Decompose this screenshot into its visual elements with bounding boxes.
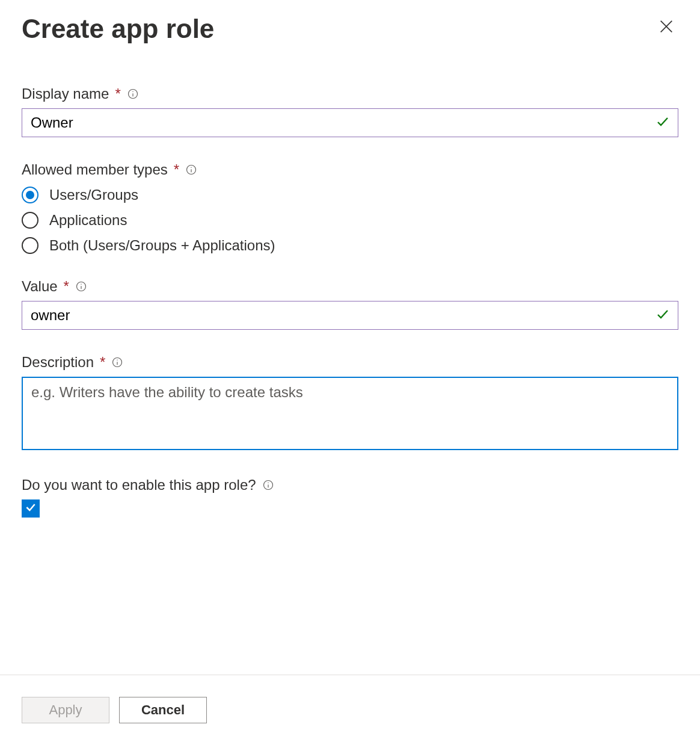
required-asterisk: *	[115, 85, 120, 102]
radio-icon	[22, 212, 38, 229]
radio-icon	[22, 187, 38, 203]
required-asterisk: *	[174, 161, 179, 178]
cancel-button[interactable]: Cancel	[119, 697, 207, 723]
member-types-label: Allowed member types	[22, 161, 168, 178]
info-icon[interactable]	[185, 164, 197, 176]
svg-point-4	[132, 91, 133, 92]
footer: Apply Cancel	[0, 675, 700, 745]
svg-point-7	[191, 167, 191, 168]
value-label: Value	[22, 278, 58, 295]
member-types-radio-group: Users/Groups Applications Both (Users/Gr…	[22, 187, 678, 254]
checkmark-icon	[655, 114, 670, 131]
radio-applications[interactable]: Applications	[22, 212, 678, 229]
display-name-input[interactable]	[22, 108, 678, 137]
radio-users-groups[interactable]: Users/Groups	[22, 187, 678, 203]
checkmark-icon	[25, 501, 37, 516]
close-icon	[658, 26, 675, 37]
info-icon[interactable]	[111, 356, 123, 368]
radio-label: Both (Users/Groups + Applications)	[49, 237, 275, 254]
radio-both[interactable]: Both (Users/Groups + Applications)	[22, 237, 678, 254]
enable-checkbox[interactable]	[22, 499, 40, 518]
info-icon[interactable]	[127, 88, 139, 100]
apply-button[interactable]: Apply	[22, 697, 109, 723]
info-icon[interactable]	[75, 280, 87, 292]
svg-point-13	[117, 360, 118, 360]
svg-point-10	[81, 284, 81, 285]
required-asterisk: *	[64, 278, 69, 295]
radio-label: Users/Groups	[49, 187, 138, 203]
value-input[interactable]	[22, 301, 678, 330]
radio-label: Applications	[49, 212, 127, 229]
panel-title: Create app role	[22, 14, 214, 43]
info-icon[interactable]	[262, 479, 274, 491]
svg-point-16	[268, 483, 268, 483]
enable-label: Do you want to enable this app role?	[22, 477, 256, 493]
radio-icon	[22, 237, 38, 254]
required-asterisk: *	[100, 354, 105, 371]
close-button[interactable]	[654, 14, 678, 39]
description-label: Description	[22, 354, 94, 371]
checkmark-icon	[655, 307, 670, 324]
description-textarea[interactable]	[22, 377, 678, 450]
display-name-label: Display name	[22, 85, 109, 102]
